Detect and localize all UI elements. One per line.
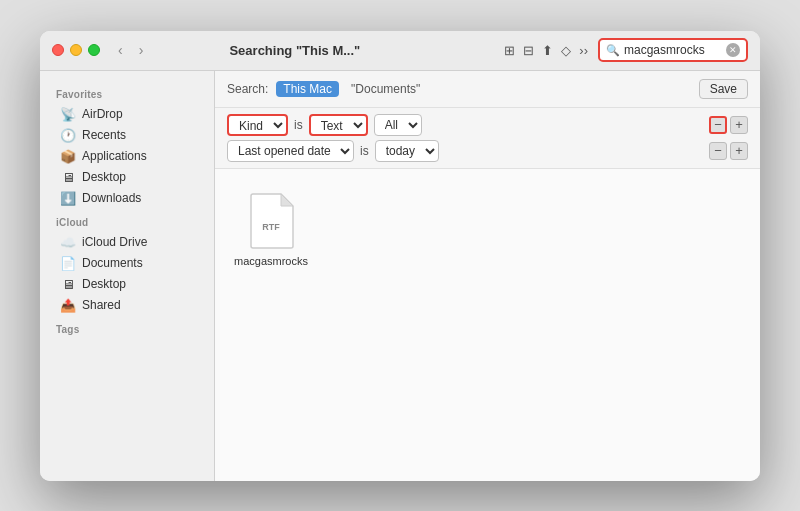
search-scope-bar: Search: This Mac "Documents" Save: [215, 71, 760, 108]
sidebar-item-applications[interactable]: 📦 Applications: [44, 146, 210, 167]
search-label: Search:: [227, 82, 268, 96]
search-clear-button[interactable]: ✕: [726, 43, 740, 57]
filter-row-2: Last opened date is today − +: [227, 140, 748, 162]
icloud-label: iCloud: [40, 209, 214, 232]
recents-icon: 🕐: [60, 128, 76, 143]
search-scope-documents[interactable]: "Documents": [347, 81, 424, 97]
sidebar-item-shared-label: Shared: [82, 298, 121, 312]
filter-row1-add-button[interactable]: +: [730, 116, 748, 134]
desktop-icloud-icon: 🖥: [60, 277, 76, 292]
documents-icon: 📄: [60, 256, 76, 271]
minimize-button[interactable]: [70, 44, 82, 56]
sidebar-item-desktop-label: Desktop: [82, 170, 126, 184]
icloud-drive-icon: ☁️: [60, 235, 76, 250]
sidebar-item-documents-label: Documents: [82, 256, 143, 270]
file-item[interactable]: RTF macgasmrocks: [231, 185, 311, 273]
save-button[interactable]: Save: [699, 79, 748, 99]
tags-label: Tags: [40, 316, 214, 339]
search-scope-this-mac[interactable]: This Mac: [276, 81, 339, 97]
applications-icon: 📦: [60, 149, 76, 164]
toolbar-icons: ⊞ ⊟ ⬆ ◇ ››: [502, 41, 590, 60]
close-button[interactable]: [52, 44, 64, 56]
view-grid-button[interactable]: ⊞: [502, 41, 517, 60]
search-box[interactable]: 🔍 ✕: [598, 38, 748, 62]
filter-today-select[interactable]: today: [375, 140, 439, 162]
file-name: macgasmrocks: [234, 255, 308, 267]
tag-button[interactable]: ◇: [559, 41, 573, 60]
traffic-lights: [52, 44, 100, 56]
filter-row-1: Kind is Text All − +: [227, 114, 748, 136]
sidebar-item-recents-label: Recents: [82, 128, 126, 142]
shared-icon: 📤: [60, 298, 76, 313]
sidebar-item-downloads-label: Downloads: [82, 191, 141, 205]
desktop-icon: 🖥: [60, 170, 76, 185]
finder-window: ‹ › Searching "This M..." ⊞ ⊟ ⬆ ◇ ›› 🔍 ✕…: [40, 31, 760, 481]
sidebar-item-shared[interactable]: 📤 Shared: [44, 295, 210, 316]
filter-is-label: is: [294, 118, 303, 132]
rtf-file-svg: RTF: [247, 192, 295, 250]
sidebar-item-desktop-icloud-label: Desktop: [82, 277, 126, 291]
sidebar-item-downloads[interactable]: ⬇️ Downloads: [44, 188, 210, 209]
sidebar: Favorites 📡 AirDrop 🕐 Recents 📦 Applicat…: [40, 71, 215, 481]
downloads-icon: ⬇️: [60, 191, 76, 206]
search-icon: 🔍: [606, 44, 620, 57]
favorites-label: Favorites: [40, 81, 214, 104]
filter-date-select[interactable]: Last opened date: [227, 140, 354, 162]
sidebar-item-desktop-icloud[interactable]: 🖥 Desktop: [44, 274, 210, 295]
filter-row2-remove-button[interactable]: −: [709, 142, 727, 160]
sidebar-item-airdrop[interactable]: 📡 AirDrop: [44, 104, 210, 125]
svg-text:RTF: RTF: [262, 222, 280, 232]
share-button[interactable]: ⬆: [540, 41, 555, 60]
sidebar-item-applications-label: Applications: [82, 149, 147, 163]
filter-area: Kind is Text All − +: [215, 108, 760, 169]
content-area: Favorites 📡 AirDrop 🕐 Recents 📦 Applicat…: [40, 71, 760, 481]
titlebar: ‹ › Searching "This M..." ⊞ ⊟ ⬆ ◇ ›› 🔍 ✕: [40, 31, 760, 71]
view-list-button[interactable]: ⊟: [521, 41, 536, 60]
filter-row2-controls: − +: [709, 142, 748, 160]
filter-row2-is-label: is: [360, 144, 369, 158]
files-area: RTF macgasmrocks: [215, 169, 760, 481]
main-panel: Search: This Mac "Documents" Save Kind i…: [215, 71, 760, 481]
sidebar-item-desktop[interactable]: 🖥 Desktop: [44, 167, 210, 188]
sidebar-item-airdrop-label: AirDrop: [82, 107, 123, 121]
search-input[interactable]: [624, 43, 722, 57]
filter-row1-controls: − +: [709, 116, 748, 134]
filter-all-select[interactable]: All: [374, 114, 422, 136]
filter-text-select[interactable]: Text: [309, 114, 368, 136]
sidebar-item-recents[interactable]: 🕐 Recents: [44, 125, 210, 146]
filter-row1-remove-button[interactable]: −: [709, 116, 727, 134]
window-title: Searching "This M...": [95, 43, 494, 58]
sidebar-item-icloud-drive-label: iCloud Drive: [82, 235, 147, 249]
airdrop-icon: 📡: [60, 107, 76, 122]
more-button[interactable]: ››: [577, 41, 590, 60]
filter-kind-select[interactable]: Kind: [227, 114, 288, 136]
sidebar-item-icloud-drive[interactable]: ☁️ iCloud Drive: [44, 232, 210, 253]
sidebar-item-documents[interactable]: 📄 Documents: [44, 253, 210, 274]
filter-row2-add-button[interactable]: +: [730, 142, 748, 160]
file-icon: RTF: [246, 191, 296, 251]
